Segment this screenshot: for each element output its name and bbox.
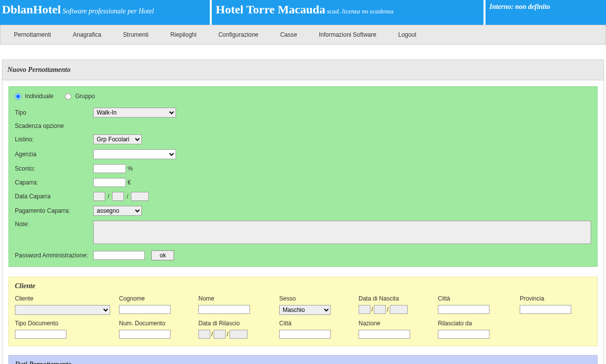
rilascio-day[interactable] [198, 330, 210, 339]
page-container: Nuovo Pernottamento Individuale Gruppo T… [2, 60, 604, 364]
password-input[interactable] [93, 251, 145, 260]
sesso-select[interactable]: Maschio [279, 305, 331, 315]
cliente-panel: Cliente Cliente Cognome Nome [8, 277, 598, 346]
data-caparra-month[interactable] [112, 192, 124, 201]
rilascio-month[interactable] [214, 330, 226, 339]
cliente-label: Cliente [15, 295, 119, 302]
menu-informazioni[interactable]: Informazioni Software [308, 28, 387, 41]
cognome-input[interactable] [119, 305, 171, 314]
header-middle: Hotel Torre Macauda scad. licenza no sca… [212, 0, 485, 25]
cliente-select[interactable] [15, 305, 110, 315]
data-caparra-label: Data Caparra [15, 193, 93, 200]
citta-label: Città [438, 295, 520, 302]
nascita-year[interactable] [390, 305, 408, 314]
hotel-name: Hotel Torre Macauda [216, 3, 325, 16]
provincia-input[interactable] [520, 305, 571, 314]
nome-label: Nome [198, 295, 279, 302]
menu-anagrafica[interactable]: Anagrafica [62, 28, 112, 41]
caparra-input[interactable] [93, 178, 126, 187]
num-documento-input[interactable] [119, 330, 171, 339]
pagamento-caparra-label: Pagamento Caparra: [15, 207, 93, 214]
nascita-month[interactable] [374, 305, 386, 314]
menu-riepiloghi[interactable]: Riepiloghi [159, 28, 207, 41]
radio-gruppo-text: Gruppo [75, 93, 95, 100]
license-text: scad. licenza no scadenza [327, 7, 393, 15]
cognome-label: Cognome [119, 295, 198, 302]
pagamento-caparra-select[interactable]: assegno [93, 206, 142, 216]
nazione-input[interactable] [359, 330, 410, 339]
citta-input[interactable] [438, 305, 489, 314]
dati-pernottamento-heading: Dati Pernottamento [15, 361, 591, 364]
booking-type-radios: Individuale Gruppo [15, 93, 591, 100]
menu-logout[interactable]: Logout [387, 28, 427, 41]
header-bar: DblanHotel Software professionale per Ho… [0, 0, 606, 25]
data-nascita-label: Data di Nascita [359, 295, 438, 302]
rilasciato-da-input[interactable] [438, 330, 489, 339]
num-documento-label: Num. Documento [119, 320, 198, 327]
radio-gruppo-label[interactable]: Gruppo [65, 93, 95, 100]
radio-individuale-text: Individuale [25, 93, 53, 100]
tipo-documento-input[interactable] [15, 330, 66, 339]
data-rilascio-label: Data di Rilascio [198, 320, 279, 327]
ok-button[interactable]: ok [151, 250, 174, 260]
page-title: Nuovo Pernottamento [2, 60, 604, 80]
listino-label: Listino: [15, 136, 93, 143]
radio-individuale-label[interactable]: Individuale [15, 93, 55, 100]
header-left: DblanHotel Software professionale per Ho… [0, 0, 212, 25]
caparra-label: Caparra: [15, 179, 93, 186]
sconto-unit: % [127, 165, 133, 172]
tipo-label: Tipo [15, 109, 93, 116]
main-menu: Pernottamenti Anagrafica Strumenti Riepi… [0, 25, 606, 45]
cliente-heading: Cliente [15, 282, 591, 290]
rilascio-year[interactable] [230, 330, 247, 339]
radio-individuale[interactable] [15, 93, 21, 100]
sconto-input[interactable] [93, 164, 126, 173]
menu-casse[interactable]: Casse [269, 28, 308, 41]
dati-pernottamento-panel: Dati Pernottamento [8, 355, 598, 364]
menu-strumenti[interactable]: Strumenti [112, 28, 159, 41]
agenzia-select[interactable] [93, 149, 176, 159]
password-label: Password Amministrazione: [15, 252, 93, 259]
scadenza-label: Scadenza opzione [15, 122, 93, 129]
nazione-label: Nazione [359, 320, 438, 327]
listino-select[interactable]: Grp Focolari [93, 134, 142, 144]
nome-input[interactable] [198, 305, 250, 314]
sconto-label: Sconto: [15, 165, 93, 172]
tipo-select[interactable]: Walk-In [93, 108, 176, 118]
note-label: Note: [15, 221, 93, 228]
data-caparra-day[interactable] [93, 192, 105, 201]
citta2-label: Città [279, 320, 359, 327]
booking-panel: Individuale Gruppo Tipo Walk-In [8, 86, 598, 267]
rilasciato-da-label: Rilasciato da [438, 320, 520, 327]
caparra-unit: € [127, 179, 131, 186]
sesso-label: Sesso [279, 295, 359, 302]
interno-text: Interno: non definito [489, 3, 550, 10]
data-caparra-year[interactable] [131, 192, 149, 201]
app-tagline: Software professionale per Hotel [62, 7, 154, 15]
citta2-input[interactable] [279, 330, 331, 339]
tipo-documento-label: Tipo Documento [15, 320, 119, 327]
app-name: DblanHotel [2, 3, 61, 16]
menu-pernottamenti[interactable]: Pernottamenti [3, 28, 62, 41]
note-textarea[interactable] [93, 221, 591, 244]
menu-configurazione[interactable]: Configurazione [207, 28, 269, 41]
agenzia-label: Agenzia [15, 151, 93, 158]
radio-gruppo[interactable] [65, 93, 71, 100]
provincia-label: Provincia [520, 295, 602, 302]
header-right: Interno: non definito [485, 0, 606, 25]
nascita-day[interactable] [359, 305, 370, 314]
